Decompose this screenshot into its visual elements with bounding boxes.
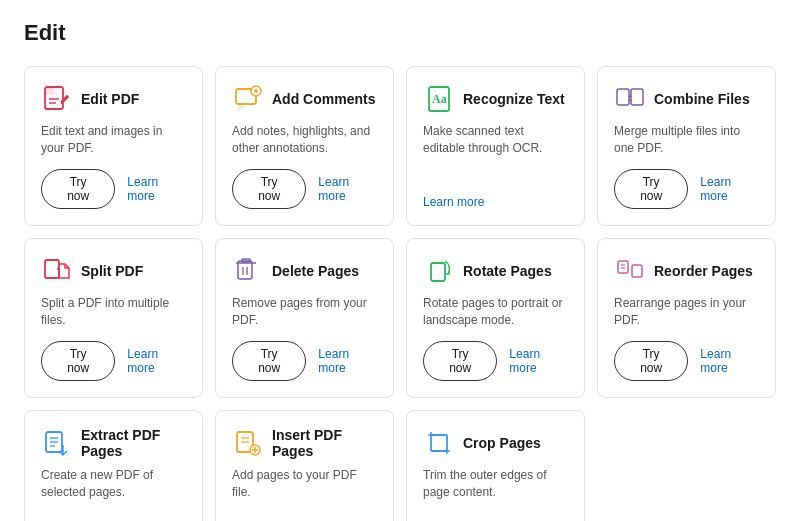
try-now-button[interactable]: Try now: [614, 341, 688, 381]
recognize-text-icon: Aa: [423, 83, 455, 115]
card-description: Remove pages from your PDF.: [232, 295, 377, 329]
card-actions: Try now Learn more: [232, 341, 377, 381]
card-actions: Try now Learn more: [614, 169, 759, 209]
card-header: Crop Pages: [423, 427, 568, 459]
learn-more-link[interactable]: Learn more: [127, 175, 186, 203]
card-edit-pdf: Edit PDF Edit text and images in your PD…: [24, 66, 203, 226]
card-combine-files: Combine Files Merge multiple files into …: [597, 66, 776, 226]
card-header: Extract PDF Pages: [41, 427, 186, 459]
card-title: Combine Files: [654, 91, 750, 107]
card-title: Edit PDF: [81, 91, 139, 107]
card-rotate-pages: Rotate Pages Rotate pages to portrait or…: [406, 238, 585, 398]
learn-more-link[interactable]: Learn more: [700, 347, 759, 375]
cards-grid: Edit PDF Edit text and images in your PD…: [24, 66, 776, 521]
card-header: Reorder Pages: [614, 255, 759, 287]
svg-text:Aa: Aa: [432, 92, 447, 106]
card-description: Create a new PDF of selected pages.: [41, 467, 186, 515]
svg-rect-10: [617, 89, 629, 105]
svg-rect-1: [45, 87, 55, 95]
svg-rect-19: [431, 263, 445, 281]
card-split-pdf: Split PDF Split a PDF into multiple file…: [24, 238, 203, 398]
page-title: Edit: [24, 20, 776, 46]
card-actions: Try now Learn more: [232, 169, 377, 209]
card-header: Add Comments: [232, 83, 377, 115]
try-now-button[interactable]: Try now: [41, 341, 115, 381]
learn-more-link[interactable]: Learn more: [423, 195, 484, 209]
svg-rect-20: [618, 261, 628, 273]
card-title: Insert PDF Pages: [272, 427, 377, 459]
card-header: Split PDF: [41, 255, 186, 287]
card-reorder-pages: Reorder Pages Rearrange pages in your PD…: [597, 238, 776, 398]
card-actions: Try now Learn more: [423, 341, 568, 381]
card-header: Edit PDF: [41, 83, 186, 115]
try-now-button[interactable]: Try now: [614, 169, 688, 209]
card-header: Aa Recognize Text: [423, 83, 568, 115]
card-header: Insert PDF Pages: [232, 427, 377, 459]
card-header: Rotate Pages: [423, 255, 568, 287]
card-recognize-text: Aa Recognize Text Make scanned text edit…: [406, 66, 585, 226]
learn-more-link[interactable]: Learn more: [700, 175, 759, 203]
card-actions: Try now Learn more: [41, 169, 186, 209]
try-now-button[interactable]: Try now: [423, 341, 497, 381]
card-description: Make scanned text editable through OCR.: [423, 123, 568, 183]
card-header: Delete Pages: [232, 255, 377, 287]
learn-more-link[interactable]: Learn more: [318, 347, 377, 375]
card-header: Combine Files: [614, 83, 759, 115]
learn-more-link[interactable]: Learn more: [509, 347, 568, 375]
card-description: Split a PDF into multiple files.: [41, 295, 186, 329]
learn-more-link[interactable]: Learn more: [127, 347, 186, 375]
card-crop-pages: Crop Pages Trim the outer edges of page …: [406, 410, 585, 521]
card-actions: Try now Learn more: [614, 341, 759, 381]
card-delete-pages: Delete Pages Remove pages from your PDF.…: [215, 238, 394, 398]
split-pdf-icon: [41, 255, 73, 287]
card-description: Rotate pages to portrait or landscape mo…: [423, 295, 568, 329]
svg-rect-34: [431, 435, 447, 451]
card-insert-pdf-pages: Insert PDF Pages Add pages to your PDF f…: [215, 410, 394, 521]
card-description: Add pages to your PDF file.: [232, 467, 377, 515]
edit-pdf-icon: [41, 83, 73, 115]
card-description: Add notes, highlights, and other annotat…: [232, 123, 377, 157]
add-comments-icon: [232, 83, 264, 115]
extract-pdf-icon: [41, 427, 73, 459]
try-now-button[interactable]: Try now: [41, 169, 115, 209]
card-title: Reorder Pages: [654, 263, 753, 279]
card-description: Rearrange pages in your PDF.: [614, 295, 759, 329]
try-now-button[interactable]: Try now: [232, 341, 306, 381]
card-description: Trim the outer edges of page content.: [423, 467, 568, 521]
svg-rect-21: [632, 265, 642, 277]
card-actions: Learn more: [423, 195, 568, 209]
try-now-button[interactable]: Try now: [232, 169, 306, 209]
reorder-pages-icon: [614, 255, 646, 287]
delete-pages-icon: [232, 255, 264, 287]
card-description: Merge multiple files into one PDF.: [614, 123, 759, 157]
rotate-pages-icon: [423, 255, 455, 287]
insert-pdf-icon: [232, 427, 264, 459]
card-title: Delete Pages: [272, 263, 359, 279]
card-title: Add Comments: [272, 91, 375, 107]
svg-rect-11: [631, 89, 643, 105]
card-title: Recognize Text: [463, 91, 565, 107]
card-actions: Try now Learn more: [41, 341, 186, 381]
combine-files-icon: [614, 83, 646, 115]
card-add-comments: Add Comments Add notes, highlights, and …: [215, 66, 394, 226]
card-description: Edit text and images in your PDF.: [41, 123, 186, 157]
card-extract-pdf-pages: Extract PDF Pages Create a new PDF of se…: [24, 410, 203, 521]
svg-rect-12: [45, 260, 59, 278]
card-title: Rotate Pages: [463, 263, 552, 279]
crop-pages-icon: [423, 427, 455, 459]
card-title: Split PDF: [81, 263, 143, 279]
card-title: Extract PDF Pages: [81, 427, 186, 459]
learn-more-link[interactable]: Learn more: [318, 175, 377, 203]
card-title: Crop Pages: [463, 435, 541, 451]
